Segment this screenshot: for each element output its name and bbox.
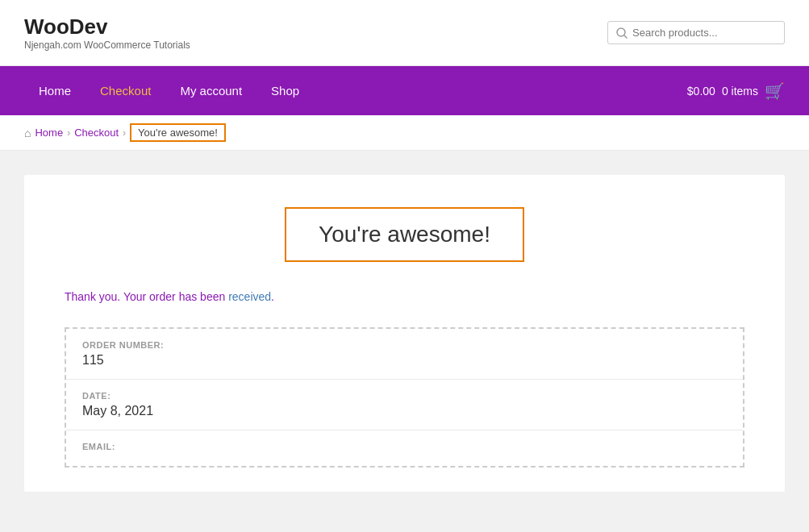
breadcrumb-home-link[interactable]: Home bbox=[35, 127, 63, 139]
order-detail-row-number: ORDER NUMBER: 115 bbox=[66, 329, 743, 380]
order-date-label: DATE: bbox=[82, 391, 727, 401]
cart-count: 0 items bbox=[722, 85, 758, 98]
order-email-label: EMAIL: bbox=[82, 442, 727, 451]
thank-you-message: Thank you. Your order has been received. bbox=[65, 290, 744, 303]
breadcrumb-separator-2: › bbox=[123, 127, 126, 139]
site-navigation: Home Checkout My account Shop $0.00 0 it… bbox=[0, 66, 809, 115]
cart-icon: 🛒 bbox=[765, 81, 785, 101]
nav-link-checkout[interactable]: Checkout bbox=[85, 66, 165, 115]
site-branding: WooDev Njengah.com WooCommerce Tutorials bbox=[24, 15, 190, 51]
order-details-box: ORDER NUMBER: 115 DATE: May 8, 2021 EMAI… bbox=[65, 327, 744, 468]
search-icon bbox=[616, 27, 628, 39]
order-detail-row-email: EMAIL: bbox=[66, 430, 743, 466]
search-box[interactable] bbox=[607, 21, 785, 44]
site-title: WooDev bbox=[24, 15, 190, 39]
order-number-value: 115 bbox=[82, 353, 727, 368]
breadcrumb-current: You're awesome! bbox=[130, 123, 226, 142]
nav-link-home[interactable]: Home bbox=[24, 66, 85, 115]
nav-link-shop[interactable]: Shop bbox=[256, 66, 314, 115]
order-number-label: ORDER NUMBER: bbox=[82, 340, 727, 350]
home-icon: ⌂ bbox=[24, 127, 31, 139]
main-content: You're awesome! Thank you. Your order ha… bbox=[0, 151, 809, 516]
svg-line-1 bbox=[624, 35, 627, 38]
nav-link-myaccount[interactable]: My account bbox=[165, 66, 256, 115]
site-tagline: Njengah.com WooCommerce Tutorials bbox=[24, 39, 190, 51]
breadcrumb: ⌂ Home › Checkout › You're awesome! bbox=[0, 115, 809, 151]
order-date-value: May 8, 2021 bbox=[82, 404, 727, 418]
order-confirmation-card: You're awesome! Thank you. Your order ha… bbox=[24, 175, 785, 492]
site-header: WooDev Njengah.com WooCommerce Tutorials bbox=[0, 0, 809, 66]
search-input[interactable] bbox=[632, 27, 776, 39]
nav-links: Home Checkout My account Shop bbox=[24, 66, 314, 115]
page-heading: You're awesome! bbox=[285, 207, 524, 262]
page-heading-wrapper: You're awesome! bbox=[65, 207, 744, 262]
breadcrumb-separator-1: › bbox=[67, 127, 70, 139]
cart-amount: $0.00 bbox=[687, 85, 715, 98]
breadcrumb-checkout-link[interactable]: Checkout bbox=[74, 127, 119, 139]
nav-cart[interactable]: $0.00 0 items 🛒 bbox=[687, 81, 785, 101]
order-detail-row-date: DATE: May 8, 2021 bbox=[66, 380, 743, 430]
